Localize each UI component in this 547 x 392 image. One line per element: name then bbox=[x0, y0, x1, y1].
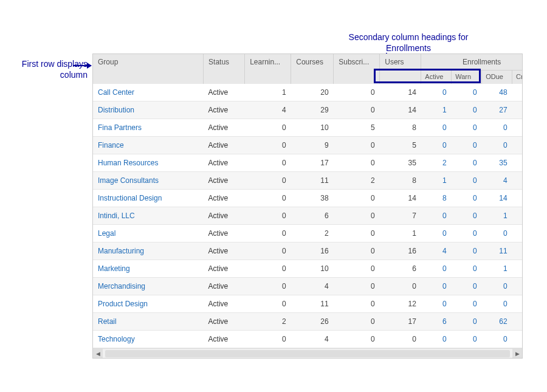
users-cell: 0 bbox=[380, 330, 421, 348]
enroll-warn-cell[interactable]: 0 bbox=[452, 207, 482, 224]
group-link[interactable]: Instructional Design bbox=[93, 189, 204, 207]
enroll-odue-cell[interactable]: 0 bbox=[482, 330, 512, 348]
table-row: MarketingActive0100600100 bbox=[93, 260, 522, 277]
scroll-right-button[interactable]: ▶ bbox=[512, 349, 522, 359]
enroll-active-cell[interactable]: 1 bbox=[421, 101, 452, 119]
table-row: Human ResourcesActive0170352035111 bbox=[93, 154, 522, 171]
enroll-warn-cell[interactable]: 0 bbox=[452, 312, 482, 330]
enroll-active-cell[interactable]: 0 bbox=[421, 207, 452, 224]
enroll-warn-cell[interactable]: 0 bbox=[452, 154, 482, 171]
header-enroll-warn[interactable]: Warn bbox=[452, 70, 482, 84]
enroll-odue-cell[interactable]: 14 bbox=[482, 189, 512, 207]
group-link[interactable]: Finance bbox=[93, 136, 204, 154]
header-enroll-odue[interactable]: ODue bbox=[482, 70, 512, 84]
enroll-active-cell[interactable]: 8 bbox=[421, 189, 452, 207]
enroll-warn-cell[interactable]: 0 bbox=[452, 171, 482, 189]
enroll-active-cell[interactable]: 6 bbox=[421, 312, 452, 330]
scroll-left-button[interactable]: ◀ bbox=[93, 349, 103, 359]
enroll-warn-cell[interactable]: 0 bbox=[452, 260, 482, 277]
group-link[interactable]: Distribution bbox=[93, 101, 204, 119]
enroll-warn-cell[interactable]: 0 bbox=[452, 242, 482, 260]
enroll-cmpl-cell[interactable]: 1 bbox=[512, 207, 522, 224]
enroll-odue-cell[interactable]: 62 bbox=[482, 312, 512, 330]
arrow-right-icon bbox=[73, 65, 91, 66]
enroll-odue-cell[interactable]: 35 bbox=[482, 154, 512, 171]
enroll-warn-cell[interactable]: 0 bbox=[452, 101, 482, 119]
enroll-warn-cell[interactable]: 0 bbox=[452, 136, 482, 154]
enroll-cmpl-cell[interactable]: 5 bbox=[512, 242, 522, 260]
enroll-active-cell[interactable]: 1 bbox=[421, 171, 452, 189]
learning-cell: 2 bbox=[245, 312, 291, 330]
enroll-cmpl-cell[interactable]: 0 bbox=[512, 277, 522, 295]
enroll-warn-cell[interactable]: 0 bbox=[452, 295, 482, 312]
header-group[interactable]: Group bbox=[93, 54, 204, 84]
enroll-warn-cell[interactable]: 0 bbox=[452, 119, 482, 136]
group-link[interactable]: Image Consultants bbox=[93, 171, 204, 189]
enroll-cmpl-cell[interactable]: 0 bbox=[512, 224, 522, 242]
group-link[interactable]: Manufacturing bbox=[93, 242, 204, 260]
enroll-odue-cell[interactable]: 27 bbox=[482, 101, 512, 119]
enroll-active-cell[interactable]: 0 bbox=[421, 224, 452, 242]
group-link[interactable]: Technology bbox=[93, 330, 204, 348]
enroll-odue-cell[interactable]: 4 bbox=[482, 171, 512, 189]
enroll-active-cell[interactable]: 4 bbox=[421, 242, 452, 260]
enroll-active-cell[interactable]: 0 bbox=[421, 295, 452, 312]
group-link[interactable]: Marketing bbox=[93, 260, 204, 277]
enroll-odue-cell[interactable]: 1 bbox=[482, 260, 512, 277]
enroll-active-cell[interactable]: 0 bbox=[421, 84, 452, 101]
group-link[interactable]: Product Design bbox=[93, 295, 204, 312]
enroll-cmpl-cell[interactable]: 16 bbox=[512, 84, 522, 101]
enroll-warn-cell[interactable]: 0 bbox=[452, 189, 482, 207]
learning-cell: 4 bbox=[245, 101, 291, 119]
status-cell: Active bbox=[204, 119, 245, 136]
enroll-odue-cell[interactable]: 48 bbox=[482, 84, 512, 101]
enroll-odue-cell[interactable]: 0 bbox=[482, 136, 512, 154]
enroll-warn-cell[interactable]: 0 bbox=[452, 224, 482, 242]
enroll-warn-cell[interactable]: 0 bbox=[452, 84, 482, 101]
enroll-cmpl-cell[interactable]: 0 bbox=[512, 119, 522, 136]
enroll-active-cell[interactable]: 0 bbox=[421, 119, 452, 136]
header-enroll-cmpl[interactable]: Cmpl bbox=[512, 70, 522, 84]
header-enroll-active[interactable]: Active bbox=[421, 70, 452, 84]
enroll-cmpl-cell[interactable]: 2 bbox=[512, 171, 522, 189]
enroll-cmpl-cell[interactable]: 0 bbox=[512, 136, 522, 154]
enroll-cmpl-cell[interactable]: 31 bbox=[512, 312, 522, 330]
header-learning[interactable]: Learnin... bbox=[245, 54, 291, 84]
scroll-thumb[interactable] bbox=[105, 350, 510, 357]
enroll-cmpl-cell[interactable]: 0 bbox=[512, 330, 522, 348]
enroll-warn-cell[interactable]: 0 bbox=[452, 330, 482, 348]
subscriptions-cell: 0 bbox=[334, 207, 380, 224]
enroll-cmpl-cell[interactable]: 11 bbox=[512, 189, 522, 207]
enroll-warn-cell[interactable]: 0 bbox=[452, 277, 482, 295]
group-link[interactable]: Human Resources bbox=[93, 154, 204, 171]
enroll-odue-cell[interactable]: 0 bbox=[482, 224, 512, 242]
header-users[interactable]: Users bbox=[380, 54, 421, 84]
header-courses[interactable]: Courses bbox=[291, 54, 334, 84]
header-enrollments-group[interactable]: Enrollments bbox=[421, 54, 522, 70]
horizontal-scrollbar[interactable]: ◀ ▶ bbox=[93, 348, 522, 358]
enroll-odue-cell[interactable]: 0 bbox=[482, 119, 512, 136]
users-cell: 16 bbox=[380, 242, 421, 260]
group-link[interactable]: Retail bbox=[93, 312, 204, 330]
enroll-active-cell[interactable]: 0 bbox=[421, 330, 452, 348]
enroll-active-cell[interactable]: 0 bbox=[421, 277, 452, 295]
status-cell: Active bbox=[204, 277, 245, 295]
group-link[interactable]: Intindi, LLC bbox=[93, 207, 204, 224]
group-link[interactable]: Merchandising bbox=[93, 277, 204, 295]
enroll-cmpl-cell[interactable]: 5 bbox=[512, 101, 522, 119]
enroll-active-cell[interactable]: 0 bbox=[421, 136, 452, 154]
enroll-active-cell[interactable]: 0 bbox=[421, 260, 452, 277]
group-link[interactable]: Call Center bbox=[93, 84, 204, 101]
enroll-active-cell[interactable]: 2 bbox=[421, 154, 452, 171]
header-subscriptions[interactable]: Subscri... bbox=[334, 54, 380, 84]
enroll-odue-cell[interactable]: 11 bbox=[482, 242, 512, 260]
group-link[interactable]: Legal bbox=[93, 224, 204, 242]
enroll-odue-cell[interactable]: 0 bbox=[482, 277, 512, 295]
header-status[interactable]: Status bbox=[204, 54, 245, 84]
enroll-cmpl-cell[interactable]: 0 bbox=[512, 260, 522, 277]
group-link[interactable]: Fina Partners bbox=[93, 119, 204, 136]
enroll-odue-cell[interactable]: 1 bbox=[482, 207, 512, 224]
enroll-cmpl-cell[interactable]: 0 bbox=[512, 295, 522, 312]
enroll-cmpl-cell[interactable]: 11 bbox=[512, 154, 522, 171]
enroll-odue-cell[interactable]: 0 bbox=[482, 295, 512, 312]
